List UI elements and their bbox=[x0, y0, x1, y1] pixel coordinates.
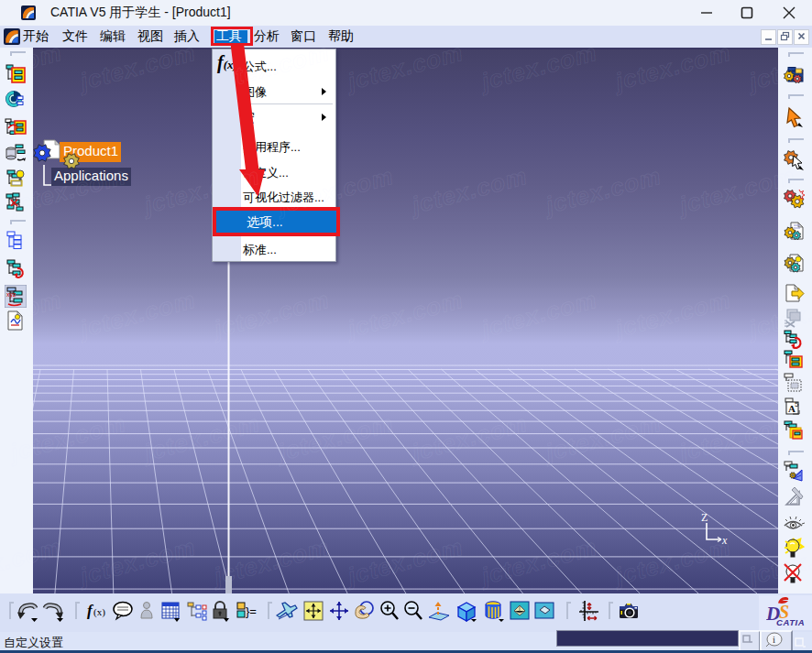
svg-text:x: x bbox=[721, 534, 728, 547]
svg-text:i: i bbox=[773, 634, 775, 645]
svg-text:5: 5 bbox=[795, 400, 799, 408]
svg-text:CATIA: CATIA bbox=[776, 617, 805, 627]
svg-text:Z: Z bbox=[701, 511, 708, 524]
svg-text:(x): (x) bbox=[93, 606, 105, 618]
svg-text:}=: }= bbox=[246, 604, 257, 618]
svg-text:xyz: xyz bbox=[6, 291, 16, 299]
